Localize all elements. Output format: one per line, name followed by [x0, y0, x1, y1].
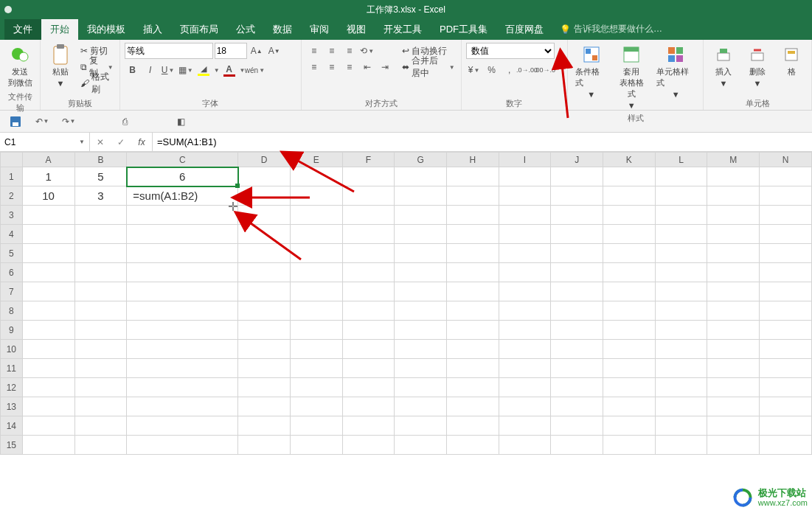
merge-center-button[interactable]: ⬌合并后居中▼: [400, 59, 457, 75]
cell[interactable]: [22, 359, 74, 378]
tab-data[interactable]: 数据: [264, 18, 301, 40]
cell[interactable]: [447, 263, 499, 282]
col-header[interactable]: J: [551, 153, 603, 167]
cell[interactable]: [74, 263, 127, 282]
cell[interactable]: [342, 282, 395, 301]
cell[interactable]: [603, 206, 656, 225]
cell[interactable]: [447, 282, 499, 301]
cell[interactable]: [395, 225, 447, 244]
cell[interactable]: [760, 301, 812, 321]
row-header[interactable]: 7: [1, 282, 23, 301]
cell[interactable]: [447, 378, 499, 397]
cell[interactable]: [342, 301, 395, 321]
cell[interactable]: [499, 244, 551, 263]
cell[interactable]: [551, 225, 603, 244]
cell[interactable]: [707, 225, 760, 244]
cell[interactable]: [603, 263, 656, 282]
cell[interactable]: [395, 340, 447, 359]
cell[interactable]: [290, 225, 342, 244]
tab-baidu[interactable]: 百度网盘: [496, 18, 552, 40]
cell[interactable]: [603, 340, 656, 359]
cell[interactable]: [655, 244, 707, 263]
number-format-select[interactable]: 数值: [466, 43, 555, 59]
cell[interactable]: [395, 416, 447, 436]
cell[interactable]: [238, 321, 291, 340]
cell[interactable]: [603, 359, 656, 378]
decrease-font-button[interactable]: A▼: [266, 43, 282, 59]
redo-button[interactable]: ↷▼: [60, 114, 77, 130]
cell[interactable]: [603, 225, 656, 244]
cell[interactable]: [447, 340, 499, 359]
cell[interactable]: [74, 378, 127, 397]
col-header[interactable]: B: [74, 153, 127, 167]
cell[interactable]: [238, 397, 291, 416]
cell[interactable]: [760, 186, 812, 206]
spreadsheet-grid[interactable]: A B C D E F G H I J K L M N 1 1 5 6 2 10…: [0, 152, 812, 455]
italic-button[interactable]: I: [142, 62, 159, 78]
col-header[interactable]: G: [395, 153, 447, 167]
cell[interactable]: [290, 282, 342, 301]
accept-formula-button[interactable]: ✓: [111, 133, 131, 151]
tab-formula[interactable]: 公式: [227, 18, 264, 40]
row-header[interactable]: 6: [1, 263, 23, 282]
cell[interactable]: [603, 167, 656, 186]
col-header[interactable]: C: [127, 153, 238, 167]
cell[interactable]: [655, 206, 707, 225]
paste-button[interactable]: 粘贴 ▼: [45, 43, 76, 89]
cell[interactable]: [127, 244, 238, 263]
cell[interactable]: [707, 263, 760, 282]
cell[interactable]: [290, 416, 342, 436]
cell[interactable]: [74, 225, 127, 244]
row-header[interactable]: 12: [1, 378, 23, 397]
cell[interactable]: [499, 282, 551, 301]
cell[interactable]: [127, 263, 238, 282]
row-header[interactable]: 14: [1, 416, 23, 436]
cell[interactable]: [760, 416, 812, 436]
cell[interactable]: [342, 397, 395, 416]
cell[interactable]: [290, 263, 342, 282]
cell[interactable]: [238, 436, 291, 455]
cell[interactable]: [551, 321, 603, 340]
cell[interactable]: [655, 359, 707, 378]
tell-me[interactable]: 💡 告诉我您想要做什么…: [552, 18, 670, 40]
tab-insert[interactable]: 插入: [134, 18, 171, 40]
cell[interactable]: [499, 263, 551, 282]
cell[interactable]: [499, 416, 551, 436]
col-header[interactable]: F: [342, 153, 395, 167]
cell[interactable]: [447, 206, 499, 225]
cell[interactable]: [603, 282, 656, 301]
font-size-select[interactable]: [215, 43, 247, 59]
cell[interactable]: [603, 321, 656, 340]
cell[interactable]: [238, 206, 291, 225]
cell[interactable]: [707, 321, 760, 340]
cell[interactable]: [127, 282, 238, 301]
increase-decimal-button[interactable]: .0→.00: [519, 62, 535, 78]
cell[interactable]: [342, 340, 395, 359]
col-header[interactable]: K: [603, 153, 656, 167]
cell[interactable]: [127, 378, 238, 397]
cell[interactable]: [499, 436, 551, 455]
increase-font-button[interactable]: A▲: [249, 43, 265, 59]
cell[interactable]: [760, 167, 812, 186]
cell[interactable]: [74, 359, 127, 378]
align-right-button[interactable]: ≡: [341, 59, 358, 75]
cell[interactable]: [499, 378, 551, 397]
cell[interactable]: [655, 282, 707, 301]
cell[interactable]: [395, 206, 447, 225]
comma-button[interactable]: ,: [502, 62, 518, 78]
cell[interactable]: [22, 282, 74, 301]
row-header[interactable]: 3: [1, 206, 23, 225]
cell[interactable]: [74, 244, 127, 263]
tab-view[interactable]: 视图: [338, 18, 375, 40]
align-center-button[interactable]: ≡: [324, 59, 340, 75]
cell[interactable]: [551, 378, 603, 397]
cell[interactable]: [74, 321, 127, 340]
cell[interactable]: [342, 167, 395, 186]
cell[interactable]: [290, 186, 342, 206]
cell-selected[interactable]: 6: [127, 167, 238, 186]
cell[interactable]: [760, 321, 812, 340]
cell[interactable]: [603, 378, 656, 397]
insert-function-button[interactable]: fx: [131, 133, 152, 151]
cell[interactable]: [707, 244, 760, 263]
col-header[interactable]: N: [760, 153, 812, 167]
